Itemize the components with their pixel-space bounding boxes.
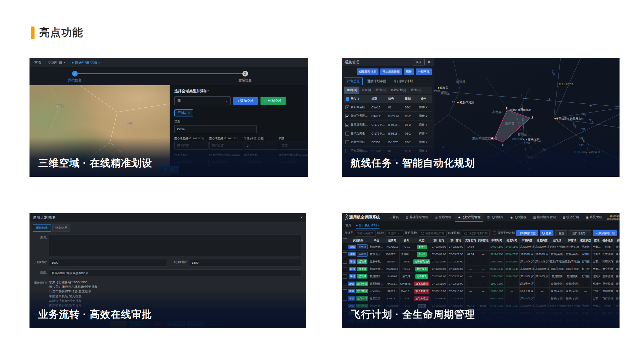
row-operation-dropdown[interactable]: 操作 ∨: [614, 295, 620, 302]
breadcrumb-item[interactable]: 空域申请 ×: [48, 60, 65, 65]
table-row[interactable]: 详情 落地报 新疆天缘… KGA2011 PC-12 飞行中 07-03 09:…: [342, 243, 620, 251]
field-input[interactable]: 降落地名称: [244, 158, 278, 166]
filter-chip[interactable]: 全部(31): [344, 87, 359, 94]
table-row[interactable]: 详情 落地报 敦煌飞天… B-70EP… 直升机… 飞行中 07-03 07:0…: [342, 251, 620, 258]
keyword-input[interactable]: 请输入关键字: [355, 230, 376, 237]
nav-item[interactable]: ▦ 统计分析: [560, 213, 582, 221]
field-input[interactable]: 高度: [279, 142, 308, 150]
nav-item[interactable]: ⌂ 首页: [387, 213, 402, 221]
filter-button[interactable]: 实时刷新设置: [516, 230, 538, 236]
detail-button[interactable]: 详情: [348, 252, 356, 256]
row-checkbox[interactable]: [343, 252, 347, 256]
field-input[interactable]: 圆心经度: [174, 142, 209, 150]
report-button[interactable]: 放飞申请: [356, 282, 368, 286]
next-step-button[interactable]: 下一步: [159, 166, 179, 174]
detail-button[interactable]: 详情: [348, 289, 355, 293]
approval-button[interactable]: 不通过: [148, 321, 166, 328]
row-checkbox[interactable]: [343, 311, 347, 315]
row-checkbox[interactable]: [343, 245, 347, 249]
filter-chip[interactable]: 通过(19): [408, 87, 424, 94]
row-checkbox[interactable]: [343, 289, 347, 293]
height-input[interactable]: 真高900米/海拔高度4000米: [49, 269, 301, 277]
nav-item[interactable]: ▤ 基础信息管理: [403, 213, 431, 221]
stepper-step[interactable]: ✓ 报批信息: [55, 71, 95, 83]
table-row[interactable]: 详情 起飞报 北京中航… TD550-… TD550 允许放飞(临时) 07-0…: [342, 258, 620, 265]
aircraft-icon[interactable]: ✈: [548, 97, 551, 101]
nav-item[interactable]: ▣ 系统管理: [583, 213, 605, 221]
route-vertex-label[interactable]: 2: [531, 116, 533, 119]
detail-button[interactable]: 详情: [348, 282, 355, 286]
row-checkbox[interactable]: [345, 105, 349, 109]
close-icon[interactable]: ×: [300, 215, 303, 220]
row-checkbox[interactable]: [343, 282, 347, 286]
row-operation-dropdown[interactable]: 操作 ∨: [614, 251, 620, 258]
detail-button[interactable]: 详情: [348, 296, 355, 301]
row-checkbox[interactable]: [343, 267, 347, 271]
type-input[interactable]: Circle: [174, 125, 257, 133]
row-operation-dropdown[interactable]: 操作 ∨: [415, 149, 432, 153]
report-button[interactable]: 起飞报: [357, 259, 367, 264]
row-checkbox[interactable]: [345, 123, 349, 127]
action-button[interactable]: 一键审批: [416, 68, 432, 75]
close-icon[interactable]: ×: [427, 60, 431, 64]
invalid-plan-checkbox[interactable]: 显示无效计划: [493, 231, 515, 235]
row-operation-dropdown[interactable]: 操作 ∨: [614, 243, 620, 250]
row-operation-dropdown[interactable]: 操作 ∨: [614, 265, 620, 272]
table-row[interactable]: 甘肃泛美通… C-172 P… B-9818… 03-2 操作 ∨: [344, 120, 432, 129]
row-operation-dropdown[interactable]: 操作 ∨: [415, 105, 432, 109]
field-input[interactable]: 圆心纬度: [209, 142, 243, 150]
airspace-tag[interactable]: 空域1 ×: [174, 109, 193, 116]
filter-chip[interactable]: 临时计划(0): [389, 87, 408, 94]
table-row[interactable]: 甘肃泛美通… C-172 P… B-9818… 03-2 操作 ∨: [344, 129, 432, 138]
table-row[interactable]: 详情 放飞申请 甘肃泛美… B-9818… C-172P… 放飞未通过 07-0…: [342, 295, 620, 302]
table-row[interactable]: 西安因诺航… CW-15 01 03-2 操作 ∨: [344, 103, 432, 112]
tab[interactable]: 审批信息: [33, 225, 51, 232]
report-button[interactable]: 落地报: [357, 252, 368, 257]
row-checkbox[interactable]: [345, 158, 349, 162]
row-checkbox[interactable]: [345, 140, 349, 144]
aircraft-icon[interactable]: ✈: [589, 104, 592, 107]
row-checkbox[interactable]: [345, 149, 349, 153]
select-all-checkbox[interactable]: [343, 238, 347, 242]
route-vertex-label[interactable]: 1: [506, 107, 507, 110]
breadcrumb-item[interactable]: 首页: [345, 223, 351, 228]
opinion-textarea[interactable]: [49, 235, 301, 256]
table-row[interactable]: 详情 起飞报 敦煌同大… B-926M 热气球 允许放飞 07-03 07:00…: [342, 273, 620, 280]
tab[interactable]: 计划总览: [344, 78, 363, 85]
report-button[interactable]: 放飞申请: [356, 296, 368, 301]
filter-chip[interactable]: 明日(19): [373, 87, 389, 94]
row-checkbox[interactable]: [345, 114, 349, 118]
approval-button[interactable]: 通过并转军航: [186, 321, 204, 328]
aircraft-icon[interactable]: ✈: [442, 146, 445, 149]
field-input[interactable]: 0: [244, 142, 278, 150]
detail-button[interactable]: 详情: [349, 274, 356, 279]
row-checkbox[interactable]: [345, 132, 349, 136]
row-operation-dropdown[interactable]: 操作 ∨: [614, 273, 620, 280]
row-operation-dropdown[interactable]: 操作 ∨: [415, 132, 432, 136]
filter-chip[interactable]: 常备(0): [359, 87, 373, 94]
route-vertex-label[interactable]: 4: [491, 136, 493, 140]
status-select[interactable]: 请选择 ∨: [386, 230, 403, 237]
add-airspace-button[interactable]: + 添加空域: [233, 97, 258, 105]
table-row[interactable]: 详情 起飞报 新疆天缘… KGA2012 PC-12 允许放飞 07-03 09…: [342, 265, 620, 273]
expand-button[interactable]: 展开: [413, 59, 425, 65]
approval-button[interactable]: 待定: [110, 321, 127, 328]
filter-button[interactable]: 重置: [555, 230, 567, 236]
breadcrumb-item[interactable]: ● 当日执行计划 ×: [356, 222, 379, 229]
table-row[interactable]: 内蒙古通航 BE300 B-10ET 03-2 操作 ∨: [344, 138, 432, 147]
start-date-input[interactable]: 请选择开始日期: [419, 230, 447, 237]
approval-button[interactable]: 打印信息: [206, 321, 223, 328]
tab[interactable]: 通航计划审批: [364, 78, 389, 85]
field-input[interactable]: 降落地坐标: [279, 158, 308, 166]
row-checkbox[interactable]: [343, 304, 347, 308]
report-button[interactable]: 放飞申请: [356, 326, 368, 328]
row-operation-dropdown[interactable]: 操作 ∨: [614, 258, 620, 265]
field-input[interactable]: 起飞地坐标: [209, 158, 243, 166]
start-time-input[interactable]: 1000: [49, 259, 167, 266]
table-row[interactable]: 西安因诺航… ZT-25V 02 03-2 操作 ∨: [344, 147, 432, 155]
report-button[interactable]: 落地报: [357, 244, 368, 249]
approval-button[interactable]: 通过: [129, 321, 147, 328]
row-operation-dropdown[interactable]: 操作 ∨: [415, 123, 432, 127]
nav-item[interactable]: ◉ 飞行监视: [507, 213, 529, 221]
nav-item[interactable]: ☰ 飞行情报: [484, 213, 507, 221]
